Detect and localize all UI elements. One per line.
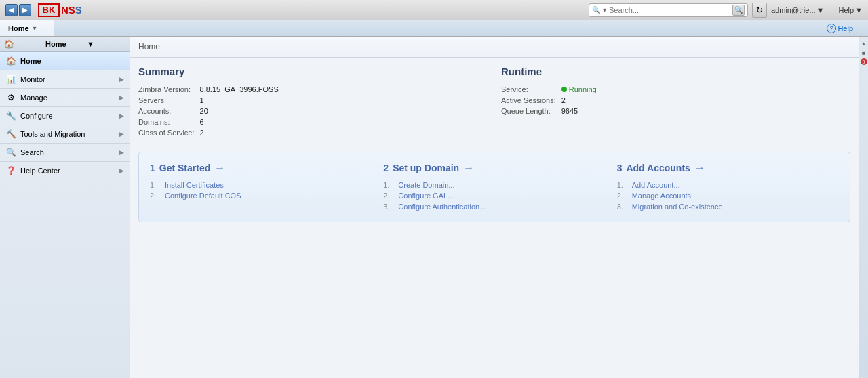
manage-arrow-icon: ▶ bbox=[119, 94, 124, 101]
sidebar-item-home[interactable]: 🏠 Home bbox=[0, 52, 130, 70]
sidebar: 🏠 Home ▼ 🏠 Home 📊 Monitor ▶ ⚙ Manage ▶ 🔧… bbox=[0, 37, 130, 378]
sidebar-item-help-label: Help Center bbox=[20, 167, 115, 175]
content-header: Home bbox=[130, 37, 859, 58]
help-menu[interactable]: Help ▼ bbox=[838, 6, 863, 14]
sidebar-item-search-label: Search bbox=[20, 148, 115, 156]
summary-domains-label: Domains: bbox=[138, 117, 200, 127]
sidebar-item-manage[interactable]: ⚙ Manage ▶ bbox=[0, 89, 130, 107]
list-item-num: 2. bbox=[383, 192, 395, 200]
getstarted-col2-step: 2 bbox=[383, 163, 389, 173]
getstarted-col2-label: Set up Domain bbox=[393, 163, 459, 173]
sidebar-selector-label: Home bbox=[45, 40, 84, 48]
logo-suffix: S bbox=[75, 4, 82, 16]
refresh-button[interactable]: ↻ bbox=[752, 3, 767, 18]
nav-back-button[interactable]: ◀ bbox=[5, 4, 18, 16]
sidebar-item-help-center[interactable]: ❓ Help Center ▶ bbox=[0, 162, 130, 180]
tab-home[interactable]: Home ▼ bbox=[0, 20, 54, 36]
summary-zimbra-version-value: 8.8.15_GA_3996.FOSS bbox=[200, 84, 284, 95]
search-submit-button[interactable]: 🔍 bbox=[732, 5, 745, 16]
sidebar-item-home-label: Home bbox=[20, 57, 124, 65]
admin-menu[interactable]: admin@trie... ▼ bbox=[771, 6, 824, 14]
summary-title: Summary bbox=[138, 66, 488, 77]
logo-box: BK bbox=[38, 3, 60, 17]
list-item[interactable]: 2. Configure Default COS bbox=[150, 190, 361, 201]
summary-domains-value: 6 bbox=[200, 117, 284, 127]
getstarted-col1-list: 1. Install Certificates 2. Configure Def… bbox=[150, 180, 361, 201]
sidebar-item-monitor[interactable]: 📊 Monitor ▶ bbox=[0, 70, 130, 89]
tab-home-label: Home bbox=[8, 24, 29, 33]
table-row: Queue Length: 9645 bbox=[501, 106, 602, 117]
list-item[interactable]: 1. Install Certificates bbox=[150, 180, 361, 190]
tab-help-icon: ? bbox=[827, 24, 836, 33]
runtime-queue-label: Queue Length: bbox=[501, 106, 561, 117]
runtime-service-label: Service: bbox=[501, 84, 561, 95]
home-icon: 🏠 bbox=[5, 56, 16, 66]
summary-section: Summary Zimbra Version: 8.8.15_GA_3996.F… bbox=[138, 66, 488, 138]
summary-zimbra-version-label: Zimbra Version: bbox=[138, 84, 200, 95]
sidebar-item-search[interactable]: 🔍 Search ▶ bbox=[0, 144, 130, 162]
configure-icon: 🔧 bbox=[5, 110, 16, 121]
runtime-title: Runtime bbox=[501, 66, 850, 77]
getstarted-col1-arrow: → bbox=[214, 162, 225, 174]
summary-servers-label: Servers: bbox=[138, 95, 200, 106]
summary-accounts-label: Accounts: bbox=[138, 106, 200, 117]
logo-bk: BK bbox=[43, 5, 56, 15]
nav-forward-button[interactable]: ▶ bbox=[19, 4, 31, 16]
search-input[interactable] bbox=[609, 6, 731, 14]
panel-icon-2[interactable]: ■ bbox=[860, 49, 868, 57]
getstarted-col3-title: 3 Add Accounts → bbox=[617, 162, 828, 174]
sidebar-search-icon: 🔍 bbox=[5, 147, 16, 158]
list-item-label: Manage Accounts bbox=[632, 192, 691, 200]
panel-icon-1[interactable]: ▲ bbox=[860, 39, 868, 47]
manage-icon: ⚙ bbox=[5, 92, 16, 103]
refresh-icon: ↻ bbox=[756, 5, 763, 15]
status-indicator bbox=[561, 87, 567, 92]
search-dropdown-button[interactable]: ▼ bbox=[601, 7, 608, 14]
search-submit-icon: 🔍 bbox=[734, 6, 743, 14]
tab-help[interactable]: ? Help bbox=[821, 20, 859, 36]
admin-dropdown-icon: ▼ bbox=[817, 6, 825, 14]
search-icon: 🔍 bbox=[592, 6, 600, 14]
getstarted-col2-title: 2 Set up Domain → bbox=[383, 162, 594, 174]
sidebar-item-configure-label: Configure bbox=[20, 112, 115, 120]
sidebar-item-configure[interactable]: 🔧 Configure ▶ bbox=[0, 107, 130, 125]
status-badge: Running bbox=[561, 85, 597, 93]
table-row: Domains: 6 bbox=[138, 117, 284, 127]
monitor-arrow-icon: ▶ bbox=[119, 76, 124, 83]
admin-name: admin@trie... bbox=[771, 6, 816, 14]
tab-home-dropdown[interactable]: ▼ bbox=[32, 25, 38, 32]
getstarted-col-2: 2 Set up Domain → 1. Create Domain... 2.… bbox=[372, 162, 606, 212]
sidebar-item-tools-label: Tools and Migration bbox=[20, 130, 115, 138]
table-row: Zimbra Version: 8.8.15_GA_3996.FOSS bbox=[138, 84, 284, 95]
panel-badge[interactable]: 0 bbox=[861, 58, 867, 65]
summary-accounts-value: 20 bbox=[200, 106, 284, 117]
list-item[interactable]: 1. Create Domain... bbox=[383, 180, 594, 190]
list-item-num: 2. bbox=[617, 192, 629, 200]
tools-icon: 🔨 bbox=[5, 129, 16, 140]
list-item-label: Install Certificates bbox=[165, 181, 224, 189]
list-item[interactable]: 3. Configure Authentication... bbox=[383, 201, 594, 212]
list-item-label: Configure Authentication... bbox=[398, 203, 486, 211]
list-item[interactable]: 2. Configure GAL... bbox=[383, 190, 594, 201]
status-text: Running bbox=[569, 85, 597, 93]
table-row: Accounts: 20 bbox=[138, 106, 284, 117]
content-body: Summary Zimbra Version: 8.8.15_GA_3996.F… bbox=[130, 58, 859, 230]
list-item[interactable]: 1. Add Account... bbox=[617, 180, 828, 190]
getstarted-col2-arrow: → bbox=[463, 162, 474, 174]
getstarted-col1-step: 1 bbox=[150, 163, 155, 173]
table-row: Class of Service: 2 bbox=[138, 127, 284, 138]
list-item-num: 1. bbox=[617, 181, 629, 189]
list-item-num: 3. bbox=[383, 203, 395, 211]
runtime-queue-value: 9645 bbox=[561, 106, 602, 117]
getstarted-col3-step: 3 bbox=[617, 163, 623, 173]
getstarted-col3-label: Add Accounts bbox=[626, 163, 690, 173]
list-item[interactable]: 2. Manage Accounts bbox=[617, 190, 828, 201]
list-item-num: 3. bbox=[617, 203, 629, 211]
list-item[interactable]: 3. Migration and Co-existence bbox=[617, 201, 828, 212]
sidebar-item-tools-migration[interactable]: 🔨 Tools and Migration ▶ bbox=[0, 125, 130, 144]
list-item-label: Configure Default COS bbox=[165, 192, 241, 200]
breadcrumb: Home bbox=[138, 42, 160, 51]
summary-table: Zimbra Version: 8.8.15_GA_3996.FOSS Serv… bbox=[138, 84, 284, 138]
help-center-icon: ❓ bbox=[5, 165, 16, 176]
sidebar-selector[interactable]: 🏠 Home ▼ bbox=[0, 37, 130, 52]
